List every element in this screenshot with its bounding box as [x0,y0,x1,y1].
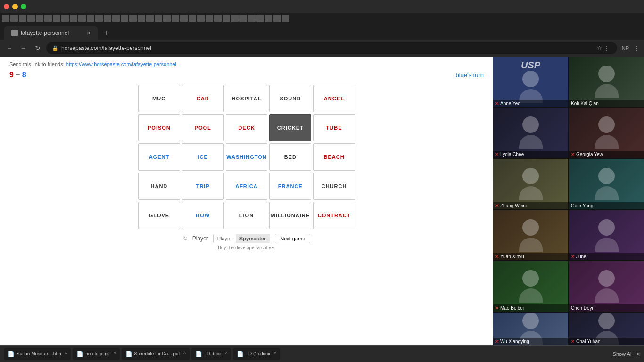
toolbar-icon-16[interactable] [129,15,137,22]
video-person-shape [569,261,644,312]
maximize-window-btn[interactable] [21,4,26,9]
toolbar-icon-11[interactable] [87,15,94,22]
download-chevron-icon[interactable]: ^ [274,351,276,356]
word-card-bed[interactable]: BED [269,143,311,171]
download-chevron-icon[interactable]: ^ [225,351,228,356]
toolbar-icon-32[interactable] [265,15,272,22]
word-card-hand[interactable]: HAND [138,173,180,200]
settings-icon[interactable]: ⋮ [604,45,610,51]
toolbar-icon-33[interactable] [273,15,281,22]
word-card-contract[interactable]: CONTRACT [313,202,355,229]
word-card-hospital[interactable]: HOSPITAL [226,85,268,112]
toolbar-icon-23[interactable] [189,15,196,22]
toolbar-icon-15[interactable] [121,15,128,22]
toolbar-icon-8[interactable] [61,15,69,22]
word-card-pool[interactable]: POOL [182,114,224,141]
lock-icon: 🔒 [52,45,58,51]
word-card-poison[interactable]: POISON [138,114,180,141]
player-option[interactable]: Player [214,234,236,243]
refresh-button[interactable]: ↻ [32,42,43,54]
word-card-washington[interactable]: WASHINGTON [226,143,268,171]
video-person-shape [493,210,568,261]
word-card-bow[interactable]: BOW [182,202,224,229]
word-card-glove[interactable]: GLOVE [138,202,180,229]
toolbar-icon-19[interactable] [155,15,162,22]
spymaster-option[interactable]: Spymaster [236,234,270,243]
download-chevron-icon[interactable]: ^ [183,351,186,356]
person-silhouette-head [598,270,615,287]
toolbar-icon-28[interactable] [231,15,239,22]
active-tab[interactable]: lafayette-personnel × [4,26,98,40]
word-card-car[interactable]: CAR [182,85,224,112]
word-card-cricket[interactable]: CRICKET [269,114,311,141]
toolbar-icon-34[interactable] [282,15,289,22]
word-card-angel[interactable]: ANGEL [313,85,355,112]
toolbar-icon-26[interactable] [214,15,222,22]
download-item-2[interactable]: 📄 Schedule for Da....pdf ^ [122,348,190,360]
word-card-tube[interactable]: TUBE [313,114,355,141]
toolbar-icon-31[interactable] [256,15,264,22]
toolbar-icon-14[interactable] [112,15,120,22]
toolbar-icon-9[interactable] [70,15,77,22]
word-card-sound[interactable]: SOUND [269,85,311,112]
toolbar-icon-24[interactable] [197,15,205,22]
word-card-agent[interactable]: AGENT [138,143,180,171]
toolbar-icon-18[interactable] [146,15,154,22]
address-bar-row: ← → ↻ 🔒 horsepaste.com/lafayette-personn… [0,40,644,57]
show-all-downloads-button[interactable]: Show All [613,351,633,357]
close-window-btn[interactable] [4,4,9,9]
new-tab-button[interactable]: + [100,26,113,40]
toolbar-icon-13[interactable] [104,15,111,22]
toolbar-icon-25[interactable] [206,15,213,22]
next-game-button[interactable]: Next game [275,234,310,243]
toolbar-icon-12[interactable] [95,15,103,22]
word-card-lion[interactable]: LION [226,202,268,229]
word-card-church[interactable]: CHURCH [313,173,355,200]
toolbar-icon-22[interactable] [180,15,188,22]
menu-icon[interactable]: ⋮ [634,44,640,52]
forward-button[interactable]: → [18,42,29,54]
download-item-3[interactable]: 📄 _D.docx ^ [191,348,231,360]
bookmark-icon[interactable]: ☆ [597,45,602,51]
minimize-window-btn[interactable] [12,4,18,9]
toolbar-icon-5[interactable] [36,15,43,22]
word-card-ice[interactable]: ICE [182,143,224,171]
word-card-deck[interactable]: DECK [226,114,268,141]
share-link-section: Send this link to friends: https://www.h… [9,61,484,67]
word-card-beach[interactable]: BEACH [313,143,355,171]
toolbar-icon-29[interactable] [239,15,247,22]
word-card-france[interactable]: FRANCE [269,173,311,200]
download-item-1[interactable]: 📄 noc-logo.gif ^ [73,348,119,360]
person-silhouette-body [519,135,543,149]
share-url-link[interactable]: https://www.horsepaste.com/lafayette-per… [66,61,176,67]
word-card-trip[interactable]: TRIP [182,173,224,200]
download-item-0[interactable]: 📄 Sultan Mosque....htm ^ [4,348,71,360]
toolbar-icon-7[interactable] [53,15,60,22]
toolbar-icon-1[interactable] [2,15,9,22]
download-chevron-icon[interactable]: ^ [65,351,67,356]
toolbar-icon-6[interactable] [44,15,52,22]
profile-icon[interactable]: NP [622,45,629,51]
close-download-bar-button[interactable]: × [636,350,640,358]
toolbar-icon-20[interactable] [163,15,171,22]
participant-name: Anne Yeo [500,101,520,106]
back-button[interactable]: ← [4,42,15,54]
tab-close-button[interactable]: × [87,29,91,37]
toolbar-icon-10[interactable] [78,15,86,22]
role-toggle[interactable]: Player Spymaster [213,234,270,243]
toolbar-icon-4[interactable] [27,15,35,22]
game-header: 9 – 8 blue's turn [9,71,484,79]
toolbar-icon-30[interactable] [248,15,256,22]
address-bar[interactable]: 🔒 horsepaste.com/lafayette-personnel ☆ ⋮ [46,42,617,54]
toolbar-icon-21[interactable] [172,15,179,22]
download-chevron-icon[interactable]: ^ [114,351,116,356]
word-card-millionaire[interactable]: MILLIONAIRE [269,202,311,229]
toolbar-icon-2[interactable] [10,15,18,22]
toolbar-icon-27[interactable] [223,15,230,22]
word-card-mug[interactable]: MUG [138,85,180,112]
toolbar-icon-17[interactable] [138,15,145,22]
download-item-4[interactable]: 📄 _D (1).docx ^ [233,348,280,360]
tab-favicon [11,30,18,36]
toolbar-icon-3[interactable] [19,15,26,22]
word-card-africa[interactable]: AFRICA [226,173,268,200]
